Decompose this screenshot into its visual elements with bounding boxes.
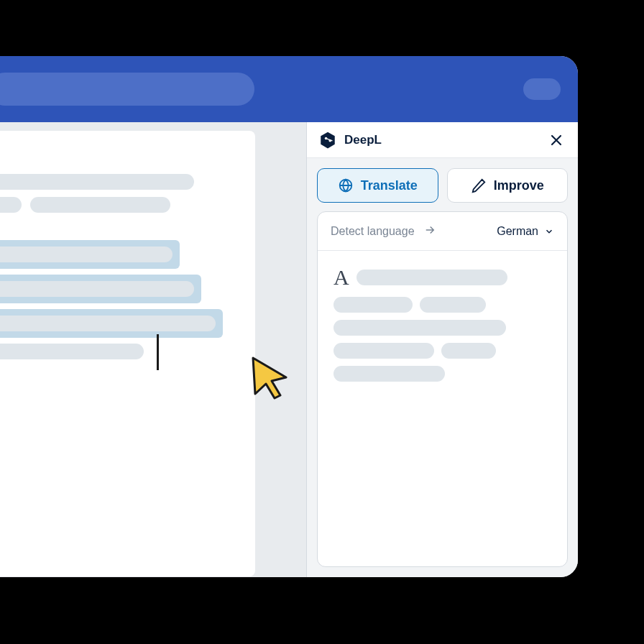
arrow-right-icon [423,224,436,239]
output-line [334,320,506,336]
address-bar-placeholder [0,73,254,106]
language-bar: Detect language German [318,212,567,251]
titlebar-control [523,78,561,100]
target-language-selector[interactable]: German [497,225,554,238]
sidebar-header: DeepL [307,122,578,158]
deepl-logo-icon [318,131,337,150]
translation-panel: Detect language German [317,211,568,567]
output-line [334,343,434,359]
text-caret [157,334,159,370]
tab-translate-label: Translate [361,178,418,193]
close-icon [550,134,563,147]
text-line [0,197,22,213]
close-button[interactable] [546,130,566,150]
output-line [334,297,413,313]
brand-label: DeepL [344,133,382,147]
content-area: DeepL Translate [0,122,578,577]
mode-tabs: Translate Improve [307,158,578,210]
selected-text[interactable] [0,240,228,338]
tab-improve[interactable]: Improve [447,168,569,203]
chevron-down-icon [544,226,554,236]
globe-icon [338,178,354,193]
tab-translate[interactable]: Translate [317,168,438,203]
output-line [441,343,496,359]
output-line [334,366,445,382]
document-pane [0,122,306,577]
text-line [30,197,170,213]
app-window: DeepL Translate [0,56,578,577]
cursor-pointer-icon [244,352,295,402]
translation-output[interactable]: A [318,251,567,403]
text-line [0,344,144,359]
pencil-icon [471,178,487,193]
document[interactable] [0,131,255,576]
tab-improve-label: Improve [494,178,544,193]
font-size-indicator: A [334,265,349,290]
deepl-sidebar: DeepL Translate [306,122,578,577]
output-line [420,297,486,313]
text-line [0,174,194,190]
output-line [356,270,507,285]
titlebar [0,56,578,122]
source-language-selector[interactable]: Detect language [331,225,415,238]
target-language-label: German [497,225,538,238]
